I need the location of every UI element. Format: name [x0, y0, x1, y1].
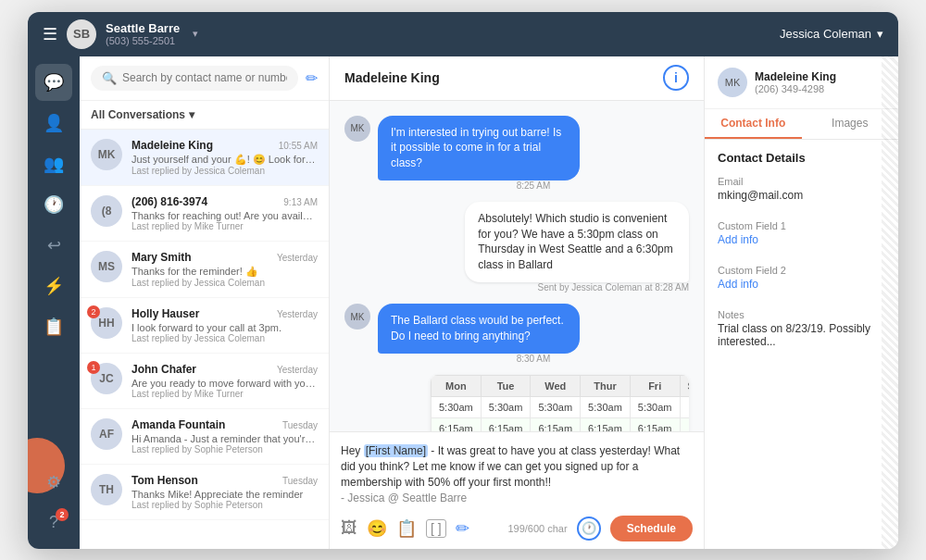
- business-chevron-icon[interactable]: ▾: [193, 28, 198, 40]
- search-bar: 🔍 ✏: [80, 56, 329, 101]
- conv-body: Holly Hauser Yesterday I look forward to…: [131, 307, 318, 343]
- conversation-item[interactable]: 1 JC John Chafer Yesterday Are you ready…: [80, 354, 329, 409]
- edit-icon[interactable]: ✏: [456, 518, 469, 539]
- user-chevron-icon[interactable]: ▾: [877, 27, 883, 41]
- schedule-table: Mon Tue Wed Thur Fri Sat Sun: [431, 375, 689, 432]
- image-attach-icon[interactable]: 🖼: [341, 518, 357, 538]
- info-button[interactable]: i: [663, 65, 689, 91]
- table-cell: 6:15am: [432, 417, 482, 431]
- message-row: Absolutely! Which studio is convenient f…: [344, 202, 689, 292]
- tab-contact-info[interactable]: Contact Info: [705, 109, 802, 139]
- sidebar-item-settings[interactable]: ⚙: [35, 464, 72, 501]
- conv-time: Yesterday: [277, 309, 318, 319]
- contact-header-name: Madeleine King: [755, 70, 885, 83]
- sidebar-item-chat[interactable]: 💬: [35, 64, 72, 101]
- table-cell: 6:15am: [481, 417, 531, 431]
- contact-header-avatar: MK: [718, 68, 747, 97]
- conversation-item[interactable]: AF Amanda Fountain Tuesday Hi Amanda - J…: [80, 409, 329, 465]
- business-phone: (503) 555-2501: [106, 35, 180, 46]
- business-name: Seattle Barre: [106, 21, 180, 35]
- users-icon: 👥: [44, 154, 64, 174]
- conversation-item[interactable]: (8 (206) 816-3974 9:13 AM Thanks for rea…: [80, 186, 329, 242]
- conversation-item[interactable]: MK Madeleine King 10:55 AM Just yourself…: [80, 130, 329, 186]
- template-icon[interactable]: 📋: [396, 518, 417, 539]
- top-bar-left: ☰ SB Seattle Barre (503) 555-2501 ▾: [43, 19, 198, 49]
- conv-filter[interactable]: All Conversations ▾: [80, 101, 329, 130]
- conv-replied: Last replied by Mike Turner: [131, 221, 318, 231]
- conv-body: (206) 816-3974 9:13 AM Thanks for reachi…: [131, 195, 318, 231]
- conversation-item[interactable]: 2 HH Holly Hauser Yesterday I look forwa…: [80, 298, 329, 354]
- schedule-time-icon[interactable]: 🕐: [577, 516, 601, 541]
- message-row: MK The Ballard class would be perfect. D…: [344, 304, 689, 364]
- message-draft[interactable]: Hey [First Name] - It was great to have …: [341, 440, 693, 509]
- contact-avatar: MK: [344, 304, 370, 330]
- conv-body: John Chafer Yesterday Are you ready to m…: [131, 363, 318, 399]
- clock-icon: 🕐: [44, 194, 64, 215]
- conv-body: Amanda Fountain Tuesday Hi Amanda - Just…: [131, 418, 318, 454]
- table-header: Thur: [581, 375, 631, 396]
- reports-icon: 📋: [44, 317, 64, 337]
- sidebar-item-campaigns[interactable]: ↩: [35, 227, 72, 264]
- hamburger-icon[interactable]: ☰: [43, 24, 57, 44]
- conversation-item[interactable]: MS Mary Smith Yesterday Thanks for the r…: [80, 242, 329, 298]
- top-bar-right: Jessica Coleman ▾: [780, 27, 883, 41]
- search-input-wrap[interactable]: 🔍: [91, 66, 298, 91]
- conv-replied: Last replied by Jessica Coleman: [131, 333, 318, 343]
- conv-badge: 2: [87, 305, 100, 318]
- search-icon: 🔍: [102, 71, 117, 85]
- contact-tabs: Contact Info Images: [705, 109, 898, 140]
- conv-time: 10:55 AM: [279, 141, 318, 151]
- top-bar: ☰ SB Seattle Barre (503) 555-2501 ▾ Jess…: [28, 12, 898, 56]
- conversation-panel: 🔍 ✏ All Conversations ▾ MK Madeleine Kin…: [80, 56, 330, 549]
- emoji-icon[interactable]: 😊: [367, 518, 387, 539]
- automations-icon: ⚡: [44, 276, 64, 296]
- decorative-stripes: [882, 56, 898, 549]
- table-cell: 5:30am: [481, 396, 531, 417]
- custom2-add[interactable]: Add info: [718, 278, 885, 291]
- conv-preview: I look forward to your call at 3pm.: [131, 322, 318, 333]
- chat-input-area: Hey [First Name] - It was great to have …: [330, 431, 704, 548]
- search-input[interactable]: [122, 71, 287, 84]
- contact-details: Contact Details Email mking@mail.com Cus…: [705, 140, 898, 367]
- sidebar-item-users[interactable]: 👥: [35, 145, 72, 182]
- conv-time: 9:13 AM: [283, 197, 318, 207]
- user-name: Jessica Coleman: [780, 27, 871, 41]
- info-icon: i: [674, 70, 678, 85]
- contact-header-info: Madeleine King (206) 349-4298: [755, 70, 885, 94]
- compose-icon[interactable]: ✏: [306, 69, 318, 87]
- conv-body: Mary Smith Yesterday Thanks for the remi…: [131, 251, 318, 288]
- conv-time: Yesterday: [277, 365, 318, 375]
- sidebar-item-contacts[interactable]: 👤: [35, 105, 72, 142]
- conv-replied: Last replied by Sophie Peterson: [131, 444, 318, 454]
- conv-replied: Last replied by Jessica Coleman: [131, 166, 318, 176]
- table-header: Tue: [481, 375, 531, 396]
- conv-avatar: TH: [91, 474, 122, 505]
- custom1-add[interactable]: Add info: [718, 233, 885, 246]
- chat-icon: 💬: [44, 72, 64, 93]
- conv-avatar: MS: [91, 251, 122, 282]
- conv-name: Holly Hauser: [131, 307, 199, 320]
- table-cell: 5:30am: [581, 396, 631, 417]
- campaigns-icon: ↩: [47, 235, 61, 255]
- input-toolbar: 🖼 😊 📋 [ ] ✏ 199/600 char 🕐 Schedule: [341, 516, 693, 541]
- conv-avatar: AF: [91, 418, 122, 450]
- business-info: Seattle Barre (503) 555-2501: [106, 21, 180, 46]
- merge-tag: [First Name]: [364, 444, 428, 457]
- conv-preview: Just yourself and your 💪! 😊 Look forward…: [131, 154, 318, 166]
- conv-body: Madeleine King 10:55 AM Just yourself an…: [131, 139, 318, 176]
- merge-fields-icon[interactable]: [ ]: [426, 519, 446, 538]
- sidebar-item-reports[interactable]: 📋: [35, 308, 72, 345]
- conv-name: (206) 816-3974: [131, 195, 207, 208]
- contact-details-title: Contact Details: [718, 151, 885, 165]
- sidebar-item-automations[interactable]: ⚡: [35, 268, 72, 305]
- conv-preview: Thanks Mike! Appreciate the reminder: [131, 489, 318, 500]
- notes-label: Notes: [718, 309, 885, 320]
- conversation-item[interactable]: TH Tom Henson Tuesday Thanks Mike! Appre…: [80, 465, 329, 520]
- conv-replied: Last replied by Mike Turner: [131, 389, 318, 399]
- table-header: Fri: [630, 375, 680, 396]
- sidebar-item-history[interactable]: 🕐: [35, 186, 72, 223]
- table-cell: 5:30am: [531, 396, 581, 417]
- schedule-button[interactable]: Schedule: [610, 516, 693, 541]
- sidebar-item-help[interactable]: ? 2: [35, 504, 72, 541]
- table-cell: 6:15am: [630, 417, 680, 431]
